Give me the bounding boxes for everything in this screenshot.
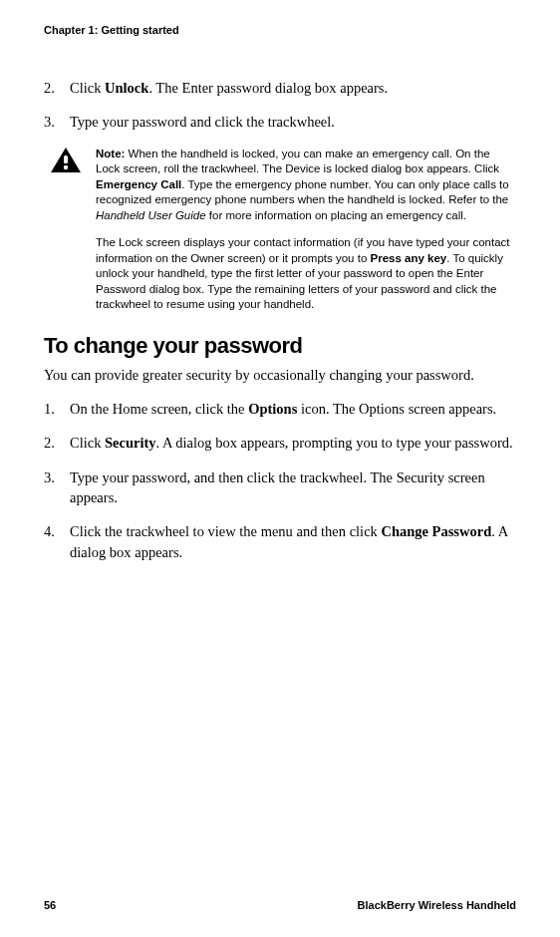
section-intro: You can provide greater security by occa…: [44, 365, 516, 385]
text: When the handheld is locked, you can mak…: [96, 148, 499, 175]
step-text: Click Unlock. The Enter password dialog …: [70, 78, 516, 98]
note-label: Note:: [96, 148, 125, 159]
text: Click: [70, 435, 105, 451]
note-text: Note: When the handheld is locked, you c…: [96, 147, 516, 313]
chapter-header: Chapter 1: Getting started: [44, 24, 516, 36]
step-text: Click the trackwheel to view the menu an…: [70, 521, 516, 562]
text: Type your password, and then click the t…: [70, 469, 485, 505]
text: Type your password and click the trackwh…: [70, 114, 335, 130]
section-heading: To change your password: [44, 333, 516, 359]
step-item: 2. Click Security. A dialog box appears,…: [44, 433, 516, 453]
step-text: Type your password, and then click the t…: [70, 468, 516, 508]
italic-term: Handheld User Guide: [96, 209, 206, 221]
step-item: 4. Click the trackwheel to view the menu…: [44, 521, 516, 562]
step-text: Click Security. A dialog box appears, pr…: [70, 433, 516, 453]
text: . The Enter password dialog box appears.: [148, 80, 388, 96]
step-number: 2.: [44, 433, 70, 453]
step-number: 3.: [44, 468, 70, 508]
step-item: 1. On the Home screen, click the Options…: [44, 399, 516, 419]
svg-rect-0: [64, 156, 68, 163]
bold-term: Options: [248, 401, 297, 417]
bold-term: Press any key: [370, 252, 446, 264]
footer-brand: BlackBerry Wireless Handheld: [358, 899, 516, 911]
page-footer: 56 BlackBerry Wireless Handheld: [44, 899, 516, 911]
step-text: On the Home screen, click the Options ic…: [70, 399, 516, 419]
text: Click the trackwheel to view the menu an…: [70, 523, 381, 539]
bold-term: Change Password: [381, 523, 491, 539]
step-number: 3.: [44, 112, 70, 132]
step-number: 4.: [44, 521, 70, 562]
page-number: 56: [44, 899, 56, 911]
note-paragraph: The Lock screen displays your contact in…: [96, 235, 516, 313]
bold-term: Security: [105, 435, 156, 451]
text: . A dialog box appears, prompting you to…: [156, 435, 513, 451]
step-item: 3. Type your password and click the trac…: [44, 112, 516, 132]
note-icon-column: [44, 147, 96, 313]
note-paragraph: Note: When the handheld is locked, you c…: [96, 147, 516, 224]
svg-point-1: [64, 164, 68, 168]
step-item: 3. Type your password, and then click th…: [44, 468, 516, 508]
step-number: 1.: [44, 399, 70, 419]
bold-term: Emergency Call: [96, 178, 181, 190]
text: for more information on placing an emerg…: [206, 209, 466, 221]
step-item: 2. Click Unlock. The Enter password dial…: [44, 78, 516, 98]
text: icon. The Options screen appears.: [297, 401, 496, 417]
bold-term: Unlock: [105, 80, 148, 96]
text: On the Home screen, click the: [70, 401, 248, 417]
step-text: Type your password and click the trackwh…: [70, 112, 516, 132]
step-number: 2.: [44, 78, 70, 98]
note-block: Note: When the handheld is locked, you c…: [44, 147, 516, 313]
warning-icon: [50, 147, 82, 174]
text: Click: [70, 80, 105, 96]
